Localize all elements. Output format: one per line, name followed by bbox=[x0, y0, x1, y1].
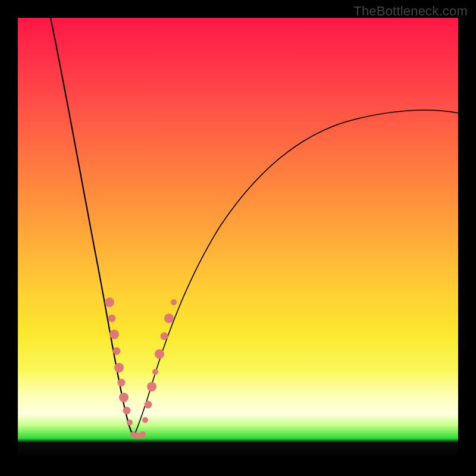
svg-point-1 bbox=[108, 315, 116, 322]
markers-floor bbox=[130, 431, 146, 439]
svg-point-12 bbox=[142, 417, 148, 423]
svg-point-7 bbox=[123, 407, 131, 415]
svg-point-8 bbox=[127, 419, 133, 425]
svg-point-2 bbox=[109, 330, 119, 339]
svg-point-6 bbox=[119, 393, 129, 402]
svg-point-19 bbox=[171, 299, 177, 305]
watermark-text: TheBottleneck.com bbox=[353, 4, 468, 19]
svg-point-5 bbox=[118, 379, 126, 387]
svg-point-18 bbox=[164, 314, 174, 323]
markers-left bbox=[105, 298, 133, 425]
svg-point-15 bbox=[152, 369, 158, 375]
svg-point-13 bbox=[145, 401, 152, 409]
chart-frame: TheBottleneck.com bbox=[0, 0, 476, 476]
svg-point-14 bbox=[147, 382, 156, 392]
svg-point-4 bbox=[114, 363, 124, 372]
svg-point-16 bbox=[155, 349, 164, 359]
curve-svg bbox=[18, 18, 458, 458]
plot-area bbox=[18, 18, 458, 458]
svg-point-11 bbox=[140, 431, 146, 437]
svg-point-3 bbox=[113, 347, 121, 355]
svg-point-17 bbox=[161, 333, 168, 340]
curve-right-arm bbox=[134, 110, 458, 436]
curve-left-arm bbox=[51, 18, 134, 436]
svg-point-0 bbox=[105, 298, 114, 307]
